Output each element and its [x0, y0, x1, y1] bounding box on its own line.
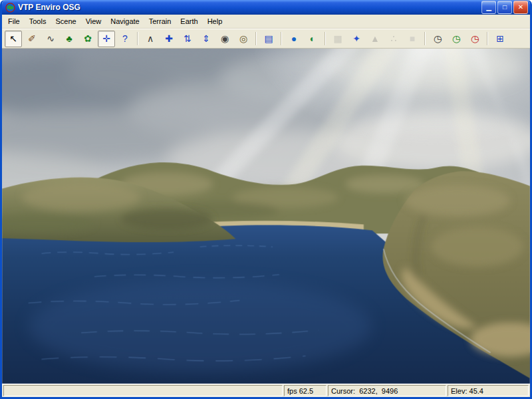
navigate-pan-tool[interactable]: ✚ — [160, 31, 178, 47]
status-elev: Elev: 45.4 — [448, 385, 529, 396]
toolbar-separator — [255, 32, 257, 45]
ortho-view-button: ▦ — [329, 31, 346, 47]
minimize-button[interactable]: ▁ — [481, 1, 496, 14]
menu-navigate[interactable]: Navigate — [106, 16, 144, 27]
toolbar-separator — [424, 32, 426, 45]
restore-button[interactable]: □ — [497, 1, 512, 14]
snapshot-camera-button[interactable]: ◉ — [216, 31, 233, 47]
snapshot-camera-icon: ◉ — [221, 34, 229, 43]
fence-edit-icon: ✐ — [28, 34, 36, 43]
plant-tree-tool[interactable]: ♣ — [61, 31, 78, 47]
terrain-viewport[interactable] — [2, 49, 530, 384]
time-stop-icon: ◷ — [471, 34, 479, 43]
time-run-icon: ◷ — [452, 34, 460, 43]
window-controls: ▁□✕ — [480, 1, 528, 14]
menu-terrain[interactable]: Terrain — [144, 16, 176, 27]
status-fps: fps 62.5 — [284, 385, 327, 396]
terrain-texture-button: ▲ — [366, 31, 384, 47]
app-icon — [5, 3, 15, 13]
snapshot-numbered-icon: ◎ — [239, 34, 247, 43]
route-edit-tool[interactable]: ∿ — [42, 31, 59, 47]
blank-icon: ■ — [410, 34, 415, 43]
route-edit-icon: ∿ — [47, 34, 55, 43]
navigate-vertical-icon: ⇅ — [184, 34, 192, 43]
compass-nav-icon: ✦ — [352, 34, 360, 43]
globe-earth-button[interactable]: ● — [285, 31, 303, 47]
globe-earth-icon: ● — [291, 34, 297, 43]
toolbar-separator — [281, 32, 282, 45]
add-instance-tool[interactable]: ✿ — [79, 31, 96, 47]
elevation-profile-tool[interactable]: ∧ — [142, 31, 159, 47]
ortho-view-icon: ▦ — [333, 34, 342, 43]
flat-earth-icon: ◐ — [310, 34, 315, 43]
pointer-query-icon: ? — [122, 34, 128, 43]
time-dialog-icon: ◷ — [434, 34, 442, 43]
menu-view[interactable]: View — [81, 16, 106, 27]
navigate-pan-icon: ✚ — [165, 34, 173, 43]
status-main — [3, 385, 283, 396]
pointer-query-tool[interactable]: ? — [116, 31, 134, 47]
time-dialog-button[interactable]: ◷ — [429, 31, 446, 47]
title-bar[interactable]: VTP Enviro OSG ▁□✕ — [2, 0, 530, 15]
terrain-texture-icon: ▲ — [370, 34, 380, 43]
time-stop-button[interactable]: ◷ — [466, 31, 483, 47]
main-toolbar: ↖✐∿♣✿✛?∧✚⇅⇕◉◎▤●◐▦✦▲∴■◷◷◷⊞ — [2, 29, 530, 49]
scatter-points-icon: ∴ — [391, 34, 397, 43]
menu-scene[interactable]: Scene — [51, 16, 80, 27]
window-title: VTP Enviro OSG — [18, 3, 480, 12]
lod-info-button[interactable]: ▤ — [260, 31, 277, 47]
toolbar-separator — [325, 32, 326, 45]
add-instance-icon: ✿ — [84, 34, 92, 43]
flat-earth-button[interactable]: ◐ — [304, 31, 321, 47]
move-navigate-icon: ✛ — [102, 34, 110, 43]
menu-file[interactable]: File — [3, 16, 25, 27]
status-cursor: Cursor: 6232, 9496 — [328, 385, 446, 396]
toolbar-separator — [137, 32, 138, 45]
elevation-profile-icon: ∧ — [147, 34, 154, 43]
menu-help[interactable]: Help — [203, 16, 227, 27]
terrain-scene — [2, 49, 530, 384]
select-icon: ↖ — [9, 34, 17, 43]
lod-info-icon: ▤ — [264, 34, 273, 43]
menu-earth[interactable]: Earth — [176, 16, 202, 27]
time-run-button[interactable]: ◷ — [448, 31, 465, 47]
app-window: VTP Enviro OSG ▁□✕ FileToolsSceneViewNav… — [0, 0, 532, 399]
snapshot-numbered-button[interactable]: ◎ — [235, 31, 252, 47]
scene-graph-button[interactable]: ⊞ — [491, 31, 509, 47]
fence-edit-tool[interactable]: ✐ — [23, 31, 41, 47]
select-tool[interactable]: ↖ — [5, 31, 22, 47]
scatter-points-button: ∴ — [385, 31, 402, 47]
menu-bar: FileToolsSceneViewNavigateTerrainEarthHe… — [2, 15, 530, 29]
plant-tree-icon: ♣ — [66, 34, 72, 43]
scene-graph-icon: ⊞ — [496, 34, 504, 43]
navigate-free-tool[interactable]: ⇕ — [198, 31, 215, 47]
close-button[interactable]: ✕ — [513, 1, 528, 14]
status-bar: fps 62.5Cursor: 6232, 9496Elev: 45.4 — [2, 384, 530, 397]
navigate-vertical-tool[interactable]: ⇅ — [179, 31, 196, 47]
toolbar-separator — [487, 32, 488, 45]
move-navigate-tool[interactable]: ✛ — [98, 31, 115, 47]
blank-button: ■ — [404, 31, 421, 47]
compass-nav-button[interactable]: ✦ — [348, 31, 365, 47]
navigate-free-icon: ⇕ — [202, 34, 210, 43]
menu-tools[interactable]: Tools — [25, 16, 51, 27]
